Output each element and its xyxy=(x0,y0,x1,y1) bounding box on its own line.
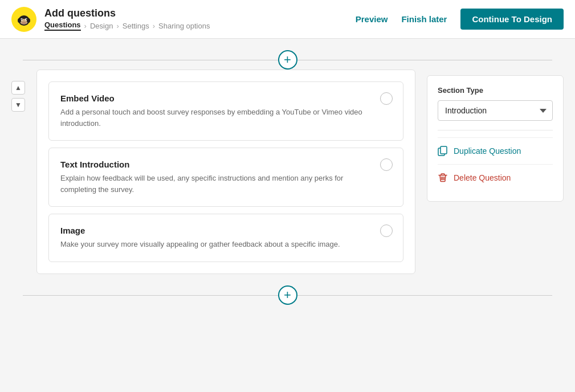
right-panel: Section Type Introduction Question Thank… xyxy=(427,70,564,274)
scroll-controls: ▲ ▼ xyxy=(11,70,25,274)
breadcrumb-design[interactable]: Design xyxy=(90,22,113,30)
embed-video-radio[interactable] xyxy=(380,92,393,105)
breadcrumb-sharing[interactable]: Sharing options xyxy=(158,22,210,30)
plus-icon-bottom: + xyxy=(284,289,291,301)
scroll-up-button[interactable]: ▲ xyxy=(11,81,25,95)
header-title-group: Add questions Questions › Design › Setti… xyxy=(44,7,210,31)
section-type-panel: Section Type Introduction Question Thank… xyxy=(427,75,564,202)
add-section-top-button[interactable]: + xyxy=(278,50,297,70)
scroll-down-button[interactable]: ▼ xyxy=(11,98,25,112)
page-title: Add questions xyxy=(44,7,210,19)
text-introduction-title: Text Introduction xyxy=(60,160,374,169)
image-radio[interactable] xyxy=(380,224,393,237)
breadcrumb: Questions › Design › Settings › Sharing … xyxy=(44,21,210,31)
breadcrumb-sep-2: › xyxy=(116,22,119,30)
svg-rect-11 xyxy=(441,146,447,154)
add-section-bottom-button[interactable]: + xyxy=(278,285,297,305)
delete-label: Delete Question xyxy=(454,173,511,182)
chevron-down-icon: ▼ xyxy=(15,101,22,109)
image-title: Image xyxy=(60,226,374,235)
continue-to-design-button[interactable]: Continue To Design xyxy=(460,9,564,30)
main-content: + ▲ ▼ Embed Video Add a personal touch a… xyxy=(0,39,575,316)
svg-point-9 xyxy=(27,18,30,23)
plus-icon-top: + xyxy=(284,54,291,66)
preview-button[interactable]: Preview xyxy=(356,14,388,24)
section-container: ▲ ▼ Embed Video Add a personal touch and… xyxy=(11,70,564,280)
content-area: + ▲ ▼ Embed Video Add a personal touch a… xyxy=(0,39,575,316)
chevron-up-icon: ▲ xyxy=(15,84,22,92)
add-section-top-row: + xyxy=(11,50,564,70)
breadcrumb-settings[interactable]: Settings xyxy=(123,22,149,30)
breadcrumb-questions[interactable]: Questions xyxy=(44,21,81,31)
embed-video-description: Add a personal touch and boost survey re… xyxy=(60,107,374,129)
header-right: Preview Finish later Continue To Design xyxy=(356,9,564,30)
svg-point-7 xyxy=(22,22,26,24)
embed-video-option[interactable]: Embed Video Add a personal touch and boo… xyxy=(48,81,403,141)
trash-icon xyxy=(438,173,448,183)
breadcrumb-sep-1: › xyxy=(84,22,87,30)
image-option[interactable]: Image Make your survey more visually app… xyxy=(48,214,403,262)
section-type-label: Section Type xyxy=(438,86,553,95)
embed-video-title: Embed Video xyxy=(60,93,374,103)
mailchimp-logo xyxy=(11,7,36,32)
add-section-bottom-row: + xyxy=(11,285,564,305)
header-left: Add questions Questions › Design › Setti… xyxy=(11,7,210,32)
text-introduction-description: Explain how feedback will be used, any s… xyxy=(60,173,374,195)
finish-later-button[interactable]: Finish later xyxy=(401,14,447,24)
svg-point-5 xyxy=(22,19,23,20)
svg-point-8 xyxy=(18,18,21,23)
section-card: Embed Video Add a personal touch and boo… xyxy=(36,70,415,274)
panel-divider-1 xyxy=(438,130,553,130)
text-introduction-radio[interactable] xyxy=(380,158,393,171)
image-description: Make your survey more visually appealing… xyxy=(60,239,374,250)
delete-question-action[interactable]: Delete Question xyxy=(438,165,553,191)
header: Add questions Questions › Design › Setti… xyxy=(0,0,575,39)
duplicate-question-action[interactable]: Duplicate Question xyxy=(438,137,553,165)
section-type-select[interactable]: Introduction Question Thank You xyxy=(438,100,553,121)
text-introduction-option[interactable]: Text Introduction Explain how feedback w… xyxy=(48,148,403,207)
duplicate-label: Duplicate Question xyxy=(454,146,521,156)
duplicate-icon xyxy=(438,146,448,156)
breadcrumb-sep-3: › xyxy=(153,22,155,30)
